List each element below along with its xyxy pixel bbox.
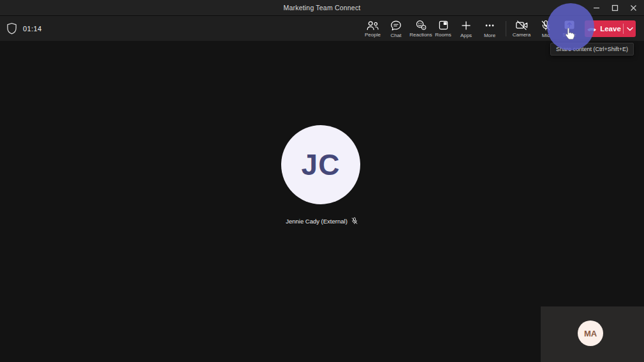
shield-icon bbox=[6, 22, 17, 34]
people-button-label: People bbox=[365, 32, 381, 38]
meeting-timer: 01:14 bbox=[23, 25, 42, 33]
camera-button-label: Camera bbox=[513, 32, 531, 38]
camera-button[interactable]: Camera bbox=[509, 18, 534, 40]
rooms-icon bbox=[438, 20, 449, 31]
self-avatar: MA bbox=[578, 321, 603, 346]
self-initials: MA bbox=[584, 329, 597, 338]
camera-off-icon bbox=[515, 20, 529, 31]
reactions-button[interactable]: Reactions bbox=[407, 18, 434, 40]
hand-cursor-icon bbox=[564, 27, 575, 41]
more-button-label: More bbox=[484, 33, 495, 38]
emoji-reactions-icon bbox=[415, 20, 427, 31]
title-bar: Marketing Team Connect bbox=[0, 0, 644, 15]
window-title: Marketing Team Connect bbox=[284, 4, 361, 11]
mic-off-icon bbox=[351, 217, 358, 225]
close-icon bbox=[630, 4, 637, 11]
maximize-button[interactable] bbox=[606, 0, 624, 15]
more-button[interactable]: More bbox=[478, 18, 501, 40]
participant-name-label: Jennie Cady (External) bbox=[286, 218, 348, 225]
window-controls bbox=[587, 0, 643, 15]
participant-name-row: Jennie Cady (External) bbox=[0, 217, 644, 225]
apps-button-label: Apps bbox=[460, 33, 472, 38]
rooms-button-label: Rooms bbox=[435, 32, 451, 38]
ellipsis-icon bbox=[484, 20, 495, 31]
maximize-icon bbox=[611, 4, 618, 11]
leave-options-button[interactable] bbox=[624, 20, 636, 37]
meeting-stage: JC Jennie Cady (External) MA bbox=[0, 41, 644, 362]
chat-button[interactable]: Chat bbox=[384, 18, 407, 40]
minimize-icon bbox=[593, 4, 600, 11]
leave-button-label: Leave bbox=[600, 25, 621, 33]
rooms-button[interactable]: Rooms bbox=[432, 18, 455, 40]
apps-button[interactable]: Apps bbox=[455, 18, 478, 40]
toolbar-divider bbox=[506, 21, 506, 36]
chat-bubble-icon bbox=[390, 20, 402, 31]
meeting-timer-area: 01:14 bbox=[6, 16, 42, 41]
people-icon bbox=[366, 20, 379, 31]
participant-avatar: JC bbox=[281, 125, 360, 204]
chevron-down-icon bbox=[627, 27, 633, 31]
participant-initials: JC bbox=[302, 147, 340, 182]
teams-meeting-window: Marketing Team Connect bbox=[0, 0, 644, 362]
close-button[interactable] bbox=[624, 0, 643, 15]
plus-icon bbox=[460, 20, 472, 31]
chat-button-label: Chat bbox=[391, 33, 402, 38]
self-view-tile[interactable]: MA bbox=[541, 306, 644, 362]
people-button[interactable]: People bbox=[361, 18, 384, 40]
reactions-button-label: Reactions bbox=[409, 32, 432, 38]
